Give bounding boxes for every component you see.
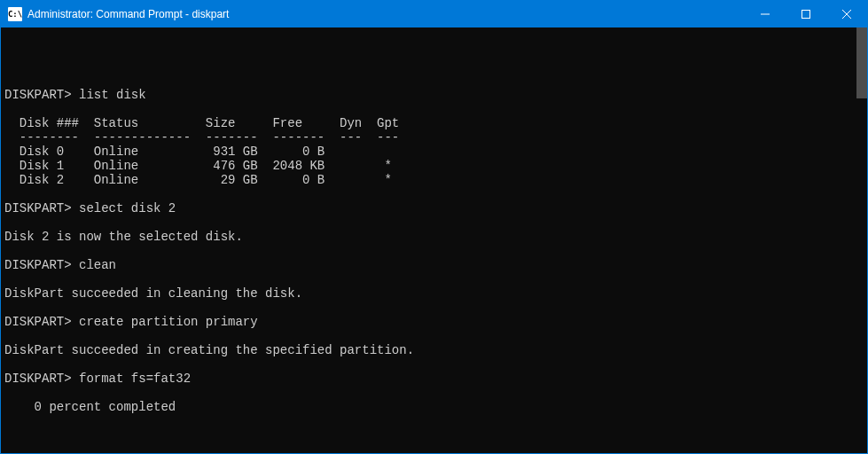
terminal-line: [4, 301, 864, 315]
terminal-line: DiskPart succeeded in cleaning the disk.: [4, 286, 864, 301]
titlebar[interactable]: C:\ Administrator: Command Prompt - disk…: [1, 1, 867, 27]
window-title: Administrator: Command Prompt - diskpart: [27, 8, 745, 20]
terminal-line: DISKPART> list disk: [4, 88, 864, 102]
terminal-line: DISKPART> clean: [4, 258, 864, 272]
close-icon: [842, 10, 851, 19]
maximize-icon: [802, 10, 810, 19]
minimize-icon: [761, 10, 770, 19]
terminal-line: [4, 357, 864, 372]
terminal-line: Disk 0 Online 931 GB 0 B: [4, 145, 864, 159]
terminal-line: DiskPart succeeded in creating the speci…: [4, 343, 864, 357]
terminal-line: Disk 2 Online 29 GB 0 B *: [4, 173, 864, 187]
terminal-line: [4, 272, 864, 286]
maximize-button[interactable]: [786, 1, 826, 27]
terminal-line: DISKPART> select disk 2: [4, 201, 864, 215]
cmd-icon: C:\: [8, 7, 22, 21]
terminal-line: DISKPART> create partition primary: [4, 315, 864, 329]
terminal-line: -------- ------------- ------- ------- -…: [4, 130, 864, 145]
terminal-line: [4, 187, 864, 201]
terminal-line: 0 percent completed: [4, 400, 864, 414]
minimize-button[interactable]: [745, 1, 786, 27]
app-window: C:\ Administrator: Command Prompt - disk…: [0, 0, 868, 454]
terminal-line: [4, 74, 864, 88]
terminal-line: Disk 1 Online 476 GB 2048 KB *: [4, 159, 864, 173]
close-button[interactable]: [826, 1, 867, 27]
terminal-line: [4, 215, 864, 230]
terminal-line: [4, 244, 864, 258]
terminal-area[interactable]: DISKPART> list disk Disk ### Status Size…: [1, 27, 867, 453]
terminal-line: [4, 102, 864, 116]
terminal-output: DISKPART> list disk Disk ### Status Size…: [4, 74, 864, 414]
terminal-line: Disk ### Status Size Free Dyn Gpt: [4, 116, 864, 130]
terminal-line: DISKPART> format fs=fat32: [4, 372, 864, 386]
window-controls: [745, 1, 867, 27]
svg-rect-0: [802, 11, 810, 19]
scrollbar-thumb[interactable]: [856, 27, 867, 98]
terminal-line: Disk 2 is now the selected disk.: [4, 230, 864, 244]
terminal-line: [4, 386, 864, 400]
terminal-line: [4, 329, 864, 343]
